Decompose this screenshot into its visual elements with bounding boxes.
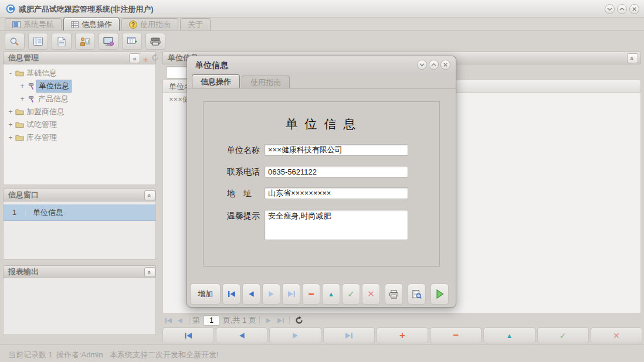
tab-label: 信息操作 bbox=[82, 19, 112, 30]
dialog-tabbar: 信息操作 使用指南 bbox=[192, 74, 292, 88]
window-maximize-button[interactable] bbox=[617, 4, 627, 14]
address-field[interactable] bbox=[265, 187, 408, 199]
pager-bar: 第 页,共 1 页 bbox=[162, 313, 644, 327]
tree-toggle[interactable]: + bbox=[19, 95, 26, 103]
tree-toggle[interactable]: + bbox=[7, 134, 14, 142]
form-row: 温馨提示 安全瘦身,时尚减肥 bbox=[227, 210, 408, 240]
nav-last-button[interactable] bbox=[323, 327, 375, 343]
record-nav-bar: + − ▲ ✓ ✕ bbox=[162, 327, 642, 343]
tab-user-guide[interactable]: ? 使用指南 bbox=[121, 18, 178, 30]
page-label: 第 bbox=[192, 315, 200, 326]
print-preview-icon bbox=[412, 290, 422, 299]
tab-system-nav[interactable]: 系统导航 bbox=[5, 18, 62, 30]
nav-confirm-button[interactable]: ✓ bbox=[537, 327, 589, 343]
collapse-up-button[interactable]: « bbox=[144, 190, 155, 200]
dialog-maximize-button[interactable] bbox=[429, 60, 439, 70]
search-button[interactable] bbox=[5, 33, 25, 50]
dialog-tab-info-operation[interactable]: 信息操作 bbox=[192, 74, 240, 88]
tab-info-operation[interactable]: 信息操作 bbox=[63, 18, 120, 30]
tree-toggle[interactable]: + bbox=[7, 108, 14, 116]
field-label-address: 地 址 bbox=[227, 187, 265, 199]
page-number-input[interactable] bbox=[204, 315, 219, 326]
separator bbox=[189, 316, 189, 325]
confirm-button[interactable]: ✓ bbox=[342, 284, 360, 305]
nav-prev-button[interactable] bbox=[216, 327, 267, 343]
run-button[interactable] bbox=[431, 284, 449, 305]
document-button[interactable] bbox=[52, 33, 72, 50]
tree-toggle[interactable]: + bbox=[19, 82, 26, 90]
form-row: 地 址 bbox=[227, 187, 408, 199]
page-last-button[interactable] bbox=[274, 315, 286, 326]
record-last-button[interactable] bbox=[282, 284, 300, 305]
nav-edit-button[interactable]: ▲ bbox=[483, 327, 535, 343]
unit-name-field[interactable] bbox=[265, 144, 408, 156]
folder-icon bbox=[14, 134, 25, 141]
tree-item-label[interactable]: 基础信息 bbox=[25, 67, 59, 79]
dialog-close-button[interactable] bbox=[440, 60, 450, 70]
cancel-button[interactable]: ✕ bbox=[362, 284, 380, 305]
page-next-button[interactable] bbox=[263, 315, 274, 326]
tab-label: 使用指南 bbox=[250, 77, 281, 88]
tab-about[interactable]: 关于 bbox=[180, 18, 211, 30]
page-first-button[interactable] bbox=[162, 315, 174, 326]
plus-icon: + bbox=[399, 330, 405, 341]
unit-info-dialog: 单位信息 信息操作 使用指南 单 位 信 息 单位名称 联系电话 地 址 bbox=[187, 56, 456, 308]
user-report-button[interactable] bbox=[75, 33, 95, 50]
dialog-title: 单位信息 bbox=[195, 60, 228, 71]
user-report-icon bbox=[80, 37, 90, 46]
form-view-button[interactable] bbox=[28, 33, 48, 50]
dialog-titlebar[interactable]: 单位信息 bbox=[187, 56, 456, 74]
phone-field[interactable] bbox=[265, 166, 408, 177]
search-icon bbox=[9, 37, 20, 46]
record-next-button[interactable] bbox=[262, 284, 280, 305]
printer-icon bbox=[389, 290, 399, 299]
nav-add-button[interactable]: + bbox=[377, 327, 428, 343]
collapse-up-button[interactable]: « bbox=[144, 267, 155, 277]
tree-item-label[interactable]: 产品信息 bbox=[36, 93, 70, 105]
nav-first-button[interactable] bbox=[162, 327, 214, 343]
page-prev-button[interactable] bbox=[174, 315, 186, 326]
collapse-up-icon: « bbox=[144, 193, 156, 197]
monitor-button[interactable] bbox=[99, 33, 118, 50]
nav-next-button[interactable] bbox=[269, 327, 321, 343]
table-add-button[interactable] bbox=[122, 33, 142, 50]
add-record-button[interactable]: 增加 bbox=[190, 284, 221, 305]
record-prev-button[interactable] bbox=[242, 284, 260, 305]
document-icon bbox=[57, 37, 66, 46]
tree-toggle[interactable]: - bbox=[7, 69, 14, 77]
tree-item-label[interactable]: 库存管理 bbox=[25, 132, 59, 144]
window-minimize-button[interactable] bbox=[605, 4, 615, 14]
dialog-minimize-button[interactable] bbox=[417, 60, 427, 70]
delete-record-button[interactable]: − bbox=[302, 284, 320, 305]
collapse-up-button[interactable]: « bbox=[627, 53, 638, 63]
nav-delete-button[interactable]: − bbox=[430, 327, 482, 343]
tree-item-label[interactable]: 单位信息 bbox=[36, 80, 72, 93]
print-button[interactable] bbox=[385, 284, 403, 305]
tree-item-label[interactable]: 加盟商信息 bbox=[25, 106, 66, 118]
window-title: 减肥产品试吃跟踪管理系统(非注册用户) bbox=[19, 4, 154, 15]
tree-toggle[interactable]: + bbox=[7, 121, 14, 129]
window-close-button[interactable] bbox=[629, 4, 639, 14]
edit-record-button[interactable]: ▲ bbox=[322, 284, 340, 305]
panel-header-info-manage: 信息管理 « + bbox=[3, 52, 156, 64]
dialog-tab-user-guide[interactable]: 使用指南 bbox=[242, 76, 290, 88]
nav-cancel-button[interactable]: ✕ bbox=[591, 327, 642, 343]
refresh-icon[interactable] bbox=[151, 54, 159, 62]
minus-icon: − bbox=[453, 330, 459, 341]
help-icon: ? bbox=[129, 21, 137, 29]
add-icon[interactable]: + bbox=[143, 54, 148, 66]
print-device-button[interactable] bbox=[145, 33, 165, 50]
refresh-button[interactable] bbox=[295, 316, 303, 325]
record-first-button[interactable] bbox=[222, 284, 240, 305]
collapse-up-icon: « bbox=[627, 56, 639, 60]
minus-icon: − bbox=[308, 288, 314, 300]
collapse-left-button[interactable]: « bbox=[129, 53, 140, 63]
tree-item-label[interactable]: 试吃管理 bbox=[25, 119, 59, 131]
tool-icon bbox=[26, 95, 36, 103]
tips-field[interactable]: 安全瘦身,时尚减肥 bbox=[265, 210, 408, 240]
form-row: 单位名称 bbox=[227, 144, 408, 156]
run-icon bbox=[435, 289, 444, 299]
print-preview-button[interactable] bbox=[408, 284, 426, 305]
check-icon: ✓ bbox=[560, 331, 567, 340]
info-window-row[interactable]: 1 单位信息 bbox=[4, 204, 155, 221]
